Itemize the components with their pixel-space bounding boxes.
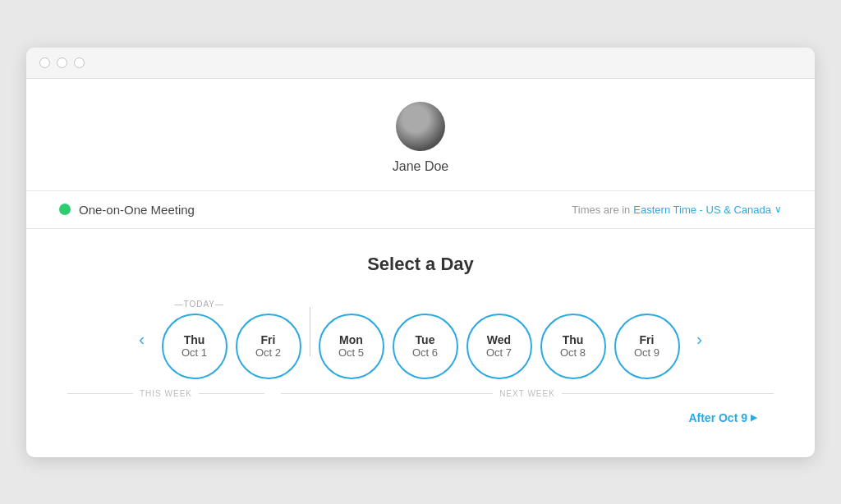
this-week-line-left: [67, 393, 133, 394]
day-wed-oct7[interactable]: Wed Oct 7: [466, 314, 532, 379]
week-divider: [306, 307, 314, 371]
status-dot: [59, 204, 71, 215]
avatar: [396, 102, 445, 151]
day-thu-oct1[interactable]: Thu Oct 1: [162, 314, 227, 379]
prev-arrow[interactable]: ‹: [127, 324, 157, 354]
after-link-container: After Oct 9 ▶: [43, 398, 798, 441]
calendar-nav: ‹ —TODAY— Thu Oct 1 Fri: [43, 300, 798, 379]
chevron-down-icon[interactable]: ∨: [774, 204, 782, 215]
next-week-line-left: [281, 393, 493, 394]
traffic-light-minimize[interactable]: [57, 57, 67, 68]
timezone-value[interactable]: Eastern Time - US & Canada: [633, 204, 771, 216]
next-arrow[interactable]: ›: [685, 324, 715, 354]
profile-section: Jane Doe: [26, 79, 815, 191]
meeting-bar: One-on-One Meeting Times are in Eastern …: [26, 191, 815, 229]
select-day-title: Select a Day: [43, 254, 798, 275]
day-fri-oct9[interactable]: Fri Oct 9: [614, 314, 680, 379]
next-week-group: — Mon Oct 5 Tue Oct 6 Wed: [314, 300, 685, 379]
this-week-days: Thu Oct 1 Fri Oct 2: [157, 314, 306, 379]
after-oct9-link[interactable]: After Oct 9 ▶: [688, 411, 757, 424]
main-window: Jane Doe One-on-One Meeting Times are in…: [26, 48, 815, 457]
meeting-name: One-on-One Meeting: [79, 203, 195, 217]
day-fri-oct2[interactable]: Fri Oct 2: [236, 314, 301, 379]
traffic-light-close[interactable]: [39, 57, 50, 68]
next-week-line-right: [562, 393, 774, 394]
user-name: Jane Doe: [393, 159, 449, 174]
traffic-light-maximize[interactable]: [74, 57, 85, 68]
divider-line: [310, 307, 310, 356]
this-week-line-right: [199, 393, 264, 394]
today-label: —TODAY—: [175, 300, 225, 309]
day-thu-oct8[interactable]: Thu Oct 8: [540, 314, 606, 379]
day-tue-oct6[interactable]: Tue Oct 6: [393, 314, 458, 379]
timezone-label: Times are in: [572, 204, 630, 216]
week-labels-row: THIS WEEK NEXT WEEK: [67, 389, 774, 398]
calendar-section: Select a Day ‹ —TODAY— Thu Oct 1: [26, 229, 815, 457]
next-week-days: Mon Oct 5 Tue Oct 6 Wed Oct 7: [314, 314, 685, 379]
timezone-info: Times are in Eastern Time - US & Canada …: [572, 204, 782, 216]
this-week-group: —TODAY— Thu Oct 1 Fri Oct 2: [157, 300, 306, 379]
next-week-label: NEXT WEEK: [493, 389, 562, 398]
titlebar: [26, 48, 815, 79]
avatar-image: [396, 102, 445, 151]
days-container: —TODAY— Thu Oct 1 Fri Oct 2: [157, 300, 685, 379]
arrow-right-icon: ▶: [751, 413, 757, 422]
meeting-left: One-on-One Meeting: [59, 203, 195, 217]
day-mon-oct5[interactable]: Mon Oct 5: [319, 314, 384, 379]
this-week-label: THIS WEEK: [133, 389, 199, 398]
